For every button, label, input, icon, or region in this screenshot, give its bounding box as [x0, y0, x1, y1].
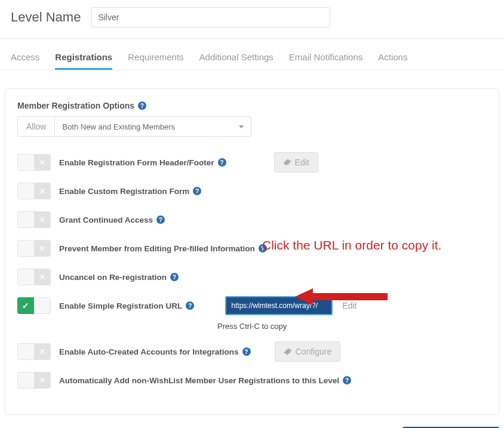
x-icon: ✕ — [39, 347, 46, 356]
copy-hint: Press Ctrl-C to copy — [217, 322, 487, 331]
tab-additional-settings[interactable]: Additional Settings — [199, 52, 273, 70]
option-label: Uncancel on Re-registration — [59, 273, 167, 282]
x-icon: ✕ — [39, 215, 46, 224]
option-label: Automatically Add non-WishList Member Us… — [59, 376, 339, 385]
option-label: Grant Continued Access — [59, 215, 153, 224]
allow-select-value: Both New and Existing Members — [62, 122, 175, 131]
page-title: Level Name — [11, 10, 81, 25]
toggle-auto-add[interactable]: ✕ — [17, 372, 51, 389]
option-label: Prevent Member from Editing Pre-filled I… — [59, 244, 255, 253]
configure-button: Configure — [275, 341, 341, 362]
tab-email-notifications[interactable]: Email Notifications — [289, 52, 362, 70]
help-icon[interactable]: ? — [242, 347, 251, 356]
help-icon[interactable]: ? — [193, 187, 201, 195]
help-icon[interactable]: ? — [138, 101, 146, 110]
tab-requirements[interactable]: Requirements — [128, 52, 183, 70]
allow-label: Allow — [17, 116, 54, 137]
configure-button-label: Configure — [296, 347, 332, 356]
tabs: Access Registrations Requirements Additi… — [0, 39, 504, 70]
toggle-auto-accounts[interactable]: ✕ — [17, 343, 51, 360]
x-icon: ✕ — [39, 158, 46, 167]
tab-actions[interactable]: Actions — [378, 52, 407, 70]
option-label: Enable Custom Registration Form — [59, 187, 189, 196]
section-title: Member Registration Options — [17, 101, 134, 110]
x-icon: ✕ — [39, 375, 46, 385]
svg-marker-0 — [295, 288, 388, 305]
x-icon: ✕ — [39, 186, 46, 196]
toggle-simple-url[interactable]: ✓ — [17, 297, 51, 314]
edit-button-label: Edit — [295, 158, 309, 167]
check-icon: ✓ — [22, 301, 29, 310]
help-icon[interactable]: ? — [170, 273, 179, 281]
option-label: Enable Auto-Created Accounts for Integra… — [59, 347, 239, 356]
help-icon[interactable]: ? — [186, 301, 194, 310]
toggle-header-footer[interactable]: ✕ — [17, 154, 51, 171]
help-icon[interactable]: ? — [218, 158, 226, 167]
edit-button: Edit — [274, 152, 318, 173]
toggle-uncancel[interactable]: ✕ — [17, 269, 51, 285]
option-label: Enable Registration Form Header/Footer — [59, 158, 214, 167]
toggle-continued-access[interactable]: ✕ — [17, 211, 51, 228]
toggle-prevent-editing[interactable]: ✕ — [17, 240, 51, 257]
gear-icon — [284, 347, 292, 356]
x-icon: ✕ — [39, 272, 46, 282]
tab-access[interactable]: Access — [11, 52, 39, 70]
x-icon: ✕ — [39, 244, 46, 253]
tab-registrations[interactable]: Registrations — [55, 52, 112, 70]
option-label: Enable Simple Registration URL — [59, 301, 182, 310]
help-icon[interactable]: ? — [343, 376, 351, 384]
help-icon[interactable]: ? — [156, 215, 165, 224]
level-name-input[interactable] — [91, 7, 330, 27]
annotation-text: Click the URL in order to copy it. — [262, 238, 441, 253]
allow-select[interactable]: Both New and Existing Members — [54, 116, 251, 137]
chevron-down-icon — [239, 125, 244, 128]
gear-icon — [283, 158, 291, 167]
arrow-icon — [295, 287, 391, 306]
toggle-custom-form[interactable]: ✕ — [17, 183, 51, 199]
